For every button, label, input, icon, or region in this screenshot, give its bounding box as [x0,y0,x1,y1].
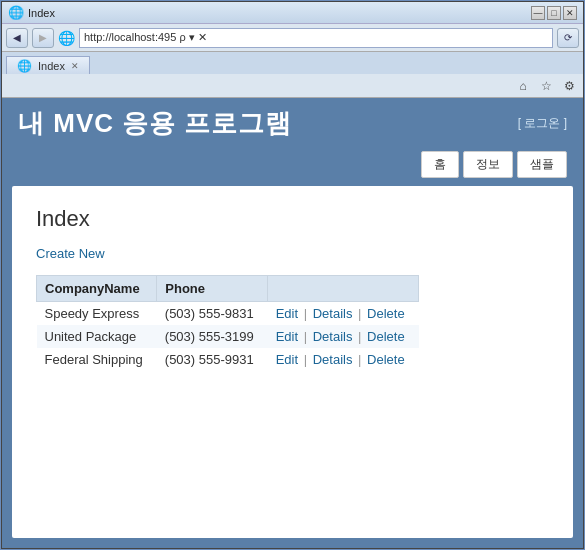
tab-bar: 🌐 Index ✕ [2,52,583,74]
cell-actions: Edit | Details | Delete [268,325,419,348]
edit-link[interactable]: Edit [276,329,298,344]
table-row: United Package(503) 555-3199Edit | Detai… [37,325,419,348]
table-header-row: CompanyName Phone [37,276,419,302]
address-bar: ◀ ▶ 🌐 http://localhost:495 ρ ▾ ✕ ⟳ [2,24,583,52]
table-row: Speedy Express(503) 555-9831Edit | Detai… [37,302,419,326]
app-header: 내 MVC 응용 프로그램 [ 로그온 ] [2,98,583,147]
page-heading: Index [36,206,549,232]
cell-company: United Package [37,325,157,348]
url-text: http://localhost:495 ρ ▾ ✕ [84,31,548,44]
data-table: CompanyName Phone Speedy Express(503) 55… [36,275,419,371]
separator: | [300,306,311,321]
title-bar: 🌐 Index — □ ✕ [2,2,583,24]
ie-icon: 🌐 [58,30,75,46]
nav-about-button[interactable]: 정보 [463,151,513,178]
forward-button[interactable]: ▶ [32,28,54,48]
delete-link[interactable]: Delete [367,352,405,367]
delete-link[interactable]: Delete [367,306,405,321]
delete-link[interactable]: Delete [367,329,405,344]
ie-logo-icon: 🌐 [8,5,24,20]
separator: | [354,352,365,367]
tab-close-icon[interactable]: ✕ [71,61,79,71]
table-row: Federal Shipping(503) 555-9931Edit | Det… [37,348,419,371]
tab-icon: 🌐 [17,59,32,73]
tab-label: Index [38,60,65,72]
favorites-icon-button[interactable]: ☆ [536,77,556,95]
settings-icon-button[interactable]: ⚙ [559,77,579,95]
details-link[interactable]: Details [313,329,353,344]
nav-home-button[interactable]: 홈 [421,151,459,178]
app-title: 내 MVC 응용 프로그램 [18,106,292,141]
separator: | [354,329,365,344]
edit-link[interactable]: Edit [276,352,298,367]
cell-company: Speedy Express [37,302,157,326]
login-link[interactable]: [ 로그온 ] [518,115,567,132]
close-button[interactable]: ✕ [563,6,577,20]
home-icon-button[interactable]: ⌂ [513,77,533,95]
url-bar[interactable]: http://localhost:495 ρ ▾ ✕ [79,28,553,48]
cell-phone: (503) 555-3199 [157,325,268,348]
browser-tab[interactable]: 🌐 Index ✕ [6,56,90,74]
column-header-actions [268,276,419,302]
nav-bar: 홈 정보 샘플 [2,147,583,186]
title-bar-left: 🌐 Index [8,5,55,20]
title-bar-controls: — □ ✕ [531,6,577,20]
column-header-company: CompanyName [37,276,157,302]
window-title: Index [28,7,55,19]
details-link[interactable]: Details [313,352,353,367]
cell-company: Federal Shipping [37,348,157,371]
column-header-phone: Phone [157,276,268,302]
browser-window: 🌐 Index — □ ✕ ◀ ▶ 🌐 http://localhost:495… [1,1,584,549]
edit-link[interactable]: Edit [276,306,298,321]
separator: | [354,306,365,321]
content-area: Index Create New CompanyName Phone Speed… [12,186,573,538]
back-button[interactable]: ◀ [6,28,28,48]
separator: | [300,329,311,344]
cell-phone: (503) 555-9931 [157,348,268,371]
refresh-button[interactable]: ⟳ [557,28,579,48]
separator: | [300,352,311,367]
details-link[interactable]: Details [313,306,353,321]
create-new-link[interactable]: Create New [36,246,105,261]
minimize-button[interactable]: — [531,6,545,20]
cell-phone: (503) 555-9831 [157,302,268,326]
page-area: 내 MVC 응용 프로그램 [ 로그온 ] 홈 정보 샘플 Index Crea… [2,98,583,548]
cell-actions: Edit | Details | Delete [268,348,419,371]
maximize-button[interactable]: □ [547,6,561,20]
toolbar-row: ⌂ ☆ ⚙ [2,74,583,98]
cell-actions: Edit | Details | Delete [268,302,419,326]
nav-sample-button[interactable]: 샘플 [517,151,567,178]
